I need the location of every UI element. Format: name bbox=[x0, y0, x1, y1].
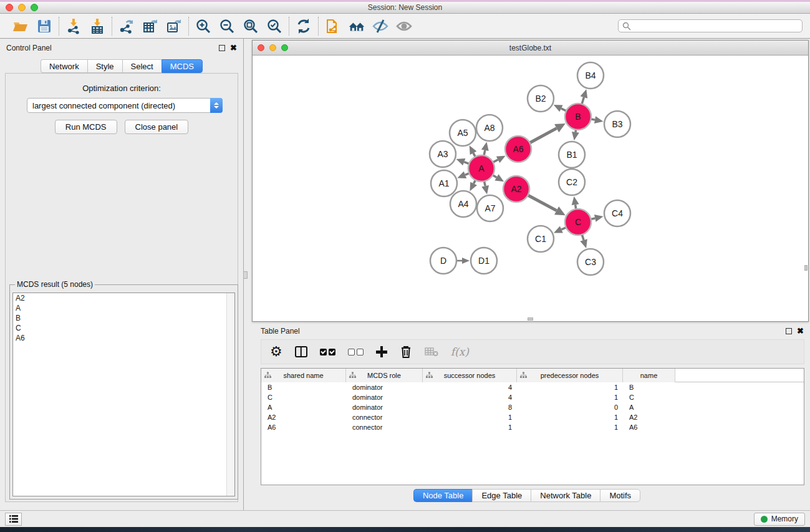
table-cell[interactable]: 1 bbox=[423, 423, 517, 431]
table-cell[interactable]: 1 bbox=[517, 423, 623, 431]
table-row[interactable]: Bdominator41B bbox=[261, 382, 804, 392]
zoom-in-icon[interactable] bbox=[195, 17, 212, 35]
unselect-all-columns-icon[interactable] bbox=[348, 344, 364, 360]
close-panel-button[interactable]: Close panel bbox=[125, 120, 189, 134]
result-list-scrollbar[interactable] bbox=[226, 293, 234, 496]
table-options-gear-icon[interactable]: ⚙ bbox=[270, 344, 282, 360]
network-from-document-icon[interactable] bbox=[324, 17, 342, 35]
control-panel-tabs: Network Style Select MCDS bbox=[0, 59, 243, 73]
tab-network[interactable]: Network bbox=[41, 59, 87, 73]
table-cell[interactable]: 1 bbox=[517, 394, 623, 401]
table-cell[interactable]: 4 bbox=[423, 384, 517, 391]
float-panel-icon[interactable] bbox=[219, 45, 225, 51]
table-row[interactable]: Adominator80A bbox=[261, 402, 804, 412]
table-cell[interactable]: connector bbox=[346, 414, 423, 421]
add-column-icon[interactable] bbox=[376, 344, 387, 360]
network-graph[interactable]: B4B2BB3A5A8A6A3B1AA1C2A2A4A7C4CC1C3DD1 bbox=[253, 56, 808, 321]
import-group bbox=[59, 17, 112, 35]
apply-layout-icon[interactable] bbox=[295, 17, 312, 35]
tab-edge-table[interactable]: Edge Table bbox=[472, 489, 531, 502]
save-session-icon[interactable] bbox=[36, 17, 53, 35]
tab-style[interactable]: Style bbox=[87, 59, 122, 73]
export-network-icon[interactable] bbox=[118, 17, 135, 35]
table-row[interactable]: A6connector11A6 bbox=[261, 422, 804, 432]
column-header[interactable]: successor nodes bbox=[423, 369, 517, 382]
table-cell[interactable]: C bbox=[261, 394, 346, 401]
table-cell[interactable]: C bbox=[623, 394, 675, 401]
import-table-icon[interactable] bbox=[89, 17, 106, 35]
list-item[interactable]: A2 bbox=[13, 293, 234, 303]
table-row[interactable]: Cdominator41C bbox=[261, 392, 804, 402]
table-cell[interactable]: A6 bbox=[623, 423, 675, 431]
tab-node-table[interactable]: Node Table bbox=[413, 489, 473, 502]
list-item[interactable]: A6 bbox=[13, 333, 234, 343]
function-builder-icon[interactable]: f(x) bbox=[451, 344, 469, 360]
table-cell[interactable]: connector bbox=[346, 423, 423, 431]
hide-selected-icon[interactable] bbox=[372, 17, 389, 35]
tab-mcds[interactable]: MCDS bbox=[162, 59, 203, 73]
show-all-icon[interactable] bbox=[395, 17, 413, 35]
close-table-panel-icon[interactable]: ✖ bbox=[797, 328, 804, 334]
table-cell[interactable]: 4 bbox=[423, 394, 517, 401]
edge[interactable] bbox=[527, 195, 557, 211]
v-scrollbar-thumb[interactable] bbox=[804, 265, 808, 271]
graph-node-label: D bbox=[440, 256, 446, 266]
edge[interactable] bbox=[529, 128, 557, 143]
search-field[interactable] bbox=[618, 19, 803, 32]
open-session-icon[interactable] bbox=[12, 17, 29, 35]
node-table[interactable]: shared nameMCDS rolesuccessor nodesprede… bbox=[261, 368, 804, 485]
column-header[interactable]: name bbox=[623, 369, 675, 382]
export-table-icon[interactable] bbox=[142, 17, 159, 35]
tab-network-table[interactable]: Network Table bbox=[531, 489, 600, 502]
split-panel-icon[interactable] bbox=[295, 344, 307, 360]
delete-columns-icon[interactable] bbox=[400, 344, 412, 360]
list-item[interactable]: C bbox=[13, 323, 234, 333]
search-input[interactable] bbox=[634, 21, 798, 31]
table-cell[interactable]: A2 bbox=[261, 414, 346, 421]
float-table-panel-icon[interactable] bbox=[786, 328, 792, 334]
h-scrollbar-thumb[interactable] bbox=[528, 317, 533, 321]
table-cell[interactable]: A2 bbox=[623, 414, 675, 421]
list-item[interactable]: A bbox=[13, 303, 234, 313]
status-bar: Memory bbox=[0, 510, 810, 527]
column-header[interactable]: predecessor nodes bbox=[517, 369, 623, 382]
criterion-dropdown[interactable]: largest connected component (directed) bbox=[27, 98, 223, 113]
table-cell[interactable]: 1 bbox=[517, 414, 623, 421]
zoom-out-icon[interactable] bbox=[218, 17, 236, 35]
edge-arrowhead bbox=[481, 185, 489, 195]
export-image-icon[interactable] bbox=[165, 17, 183, 35]
import-network-icon[interactable] bbox=[65, 17, 82, 35]
table-row[interactable]: A2connector11A2 bbox=[261, 412, 804, 422]
tab-motifs[interactable]: Motifs bbox=[600, 489, 640, 502]
home-icon[interactable] bbox=[348, 17, 365, 35]
graph-node-label: A5 bbox=[457, 128, 468, 138]
table-cell[interactable]: A bbox=[623, 404, 675, 411]
network-canvas[interactable]: B4B2BB3A5A8A6A3B1AA1C2A2A4A7C4CC1C3DD1 bbox=[253, 56, 808, 321]
list-item[interactable]: B bbox=[13, 313, 234, 323]
mcds-result-list[interactable]: A2ABCA6 bbox=[12, 293, 235, 496]
table-cell[interactable]: dominator bbox=[346, 394, 423, 401]
tab-select[interactable]: Select bbox=[122, 59, 162, 73]
column-header[interactable]: shared name bbox=[261, 369, 346, 382]
delete-table-icon[interactable] bbox=[425, 344, 438, 360]
close-panel-icon[interactable]: ✖ bbox=[230, 45, 237, 51]
hierarchy-icon bbox=[520, 372, 527, 379]
run-mcds-button[interactable]: Run MCDS bbox=[55, 120, 117, 134]
task-history-button[interactable] bbox=[5, 513, 22, 526]
table-cell[interactable]: 1 bbox=[423, 414, 517, 421]
panel-splitter-handle[interactable] bbox=[243, 271, 248, 279]
table-cell[interactable]: A6 bbox=[261, 423, 346, 431]
table-cell[interactable]: 8 bbox=[423, 404, 517, 411]
table-cell[interactable]: dominator bbox=[346, 384, 423, 391]
memory-button[interactable]: Memory bbox=[754, 513, 805, 526]
select-all-columns-icon[interactable] bbox=[320, 344, 335, 360]
zoom-selected-icon[interactable] bbox=[266, 17, 283, 35]
table-cell[interactable]: 0 bbox=[517, 404, 623, 411]
table-cell[interactable]: dominator bbox=[346, 404, 423, 411]
table-cell[interactable]: A bbox=[261, 404, 346, 411]
table-cell[interactable]: 1 bbox=[517, 384, 623, 391]
table-cell[interactable]: B bbox=[623, 384, 675, 391]
column-header[interactable]: MCDS role bbox=[346, 369, 423, 382]
fit-content-icon[interactable] bbox=[242, 17, 259, 35]
table-cell[interactable]: B bbox=[261, 384, 346, 391]
